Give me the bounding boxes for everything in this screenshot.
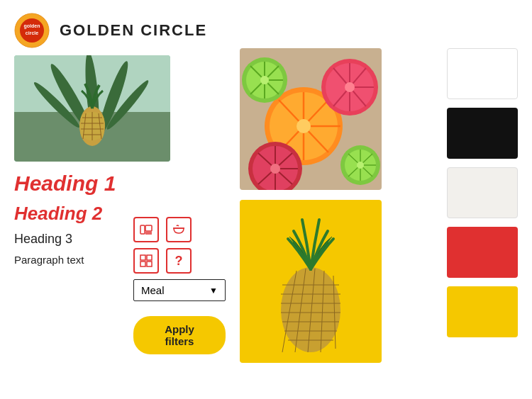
- apply-filters-button[interactable]: Apply filters: [133, 316, 226, 354]
- icon-row-1: [133, 217, 192, 242]
- typography-section: Heading 1 Heading 2 Heading 3 Paragraph …: [14, 172, 116, 273]
- svg-point-44: [357, 162, 364, 169]
- svg-point-38: [260, 76, 269, 84]
- svg-text:golden: golden: [24, 23, 40, 29]
- apply-button-container: Apply filters: [133, 313, 226, 354]
- heading1-label: Heading 1: [14, 172, 116, 196]
- list-icon[interactable]: [133, 248, 159, 274]
- dropdown-arrow-icon: ▼: [209, 286, 218, 296]
- svg-rect-20: [140, 225, 145, 234]
- swatch-black: [447, 108, 518, 159]
- svg-rect-27: [140, 262, 145, 266]
- swatch-red: [447, 227, 518, 278]
- color-swatches: [447, 48, 518, 337]
- svg-text:circle: circle: [26, 30, 38, 35]
- brand-logo: golden circle: [14, 13, 50, 48]
- heading3-control-row: Meal ▼: [133, 279, 226, 301]
- svg-rect-28: [147, 262, 152, 266]
- brand-title: GOLDEN CIRCLE: [60, 21, 207, 40]
- icon-row-2: ?: [133, 248, 192, 274]
- meal-icon[interactable]: [133, 217, 159, 242]
- svg-point-41: [270, 164, 280, 174]
- swatch-yellow: [447, 286, 518, 337]
- swatch-cream: [447, 167, 518, 218]
- svg-point-35: [345, 82, 355, 92]
- pineapple-plant-image: [14, 55, 170, 162]
- heading2-label: Heading 2: [14, 203, 116, 225]
- header: golden circle GOLDEN CIRCLE: [0, 0, 532, 55]
- swatch-white: [447, 48, 518, 99]
- svg-rect-25: [140, 255, 145, 260]
- bowl-icon[interactable]: [166, 217, 192, 242]
- svg-rect-26: [147, 255, 152, 260]
- pineapple-plant-container: [14, 55, 170, 173]
- heading3-label: Heading 3: [14, 232, 116, 247]
- citrus-image: [240, 48, 382, 190]
- dropdown-value: Meal: [141, 284, 165, 296]
- svg-point-32: [297, 119, 311, 133]
- svg-rect-21: [145, 225, 152, 231]
- pineapple-yellow-image: [240, 200, 382, 363]
- paragraph-label: Paragraph text: [14, 254, 116, 266]
- meal-dropdown[interactable]: Meal ▼: [133, 279, 226, 301]
- help-icon[interactable]: ?: [166, 248, 192, 274]
